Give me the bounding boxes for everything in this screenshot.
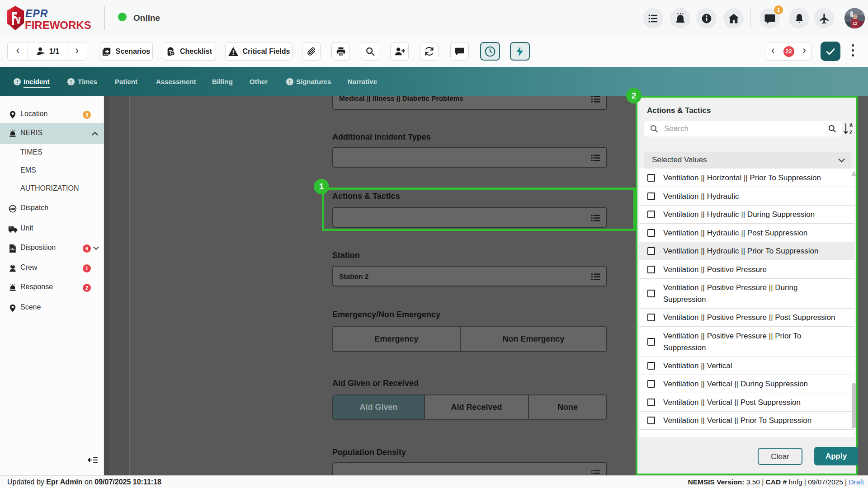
svg-text:12: 12 (853, 21, 857, 26)
svg-text:A: A (849, 123, 853, 128)
svg-text:Z: Z (849, 130, 852, 135)
